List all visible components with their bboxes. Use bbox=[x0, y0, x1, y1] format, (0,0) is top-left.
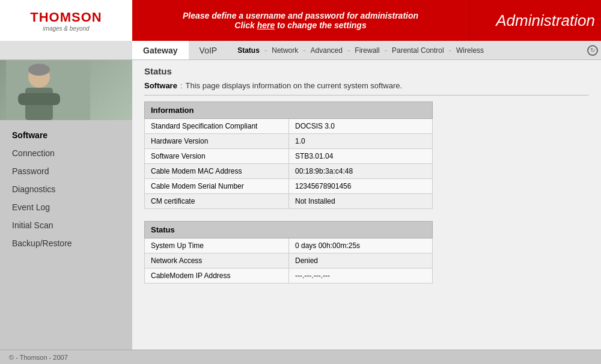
sidebar-item-software[interactable]: Software bbox=[0, 126, 132, 144]
info-table-header: Information bbox=[145, 102, 433, 119]
table-row: Software VersionSTB3.01.04 bbox=[145, 149, 433, 164]
person-illustration bbox=[6, 60, 90, 120]
subnav-firewall[interactable]: Firewall bbox=[351, 46, 383, 55]
refresh-icon: ↻ bbox=[587, 45, 598, 56]
row-label: CM certificate bbox=[145, 194, 289, 209]
logo-area: THOMSON images & beyond bbox=[0, 0, 132, 41]
row-value: DOCSIS 3.0 bbox=[289, 119, 433, 134]
breadcrumb: Software : This page displays informatio… bbox=[144, 81, 589, 96]
nav-right: Gateway VoIP Status - Network - Advanced… bbox=[132, 41, 601, 59]
row-label: Cable Modem Serial Number bbox=[145, 179, 289, 194]
row-value: 1.0 bbox=[289, 134, 433, 149]
alert-line1: Please define a username and password fo… bbox=[183, 11, 418, 20]
sidebar-item-event-log[interactable]: Event Log bbox=[0, 198, 132, 216]
svg-point-3 bbox=[28, 64, 50, 76]
sidebar-item-backup-restore[interactable]: Backup/Restore bbox=[0, 234, 132, 252]
breadcrumb-separator: : bbox=[180, 81, 183, 90]
sidebar-item-diagnostics[interactable]: Diagnostics bbox=[0, 180, 132, 198]
sidebar-photo-inner bbox=[0, 60, 132, 120]
header: THOMSON images & beyond Please define a … bbox=[0, 0, 601, 41]
row-value: 0 days 00h:00m:25s bbox=[289, 238, 433, 253]
table-row: System Up Time0 days 00h:00m:25s bbox=[145, 238, 433, 253]
subnav-wireless[interactable]: Wireless bbox=[453, 46, 487, 55]
content-title: Status bbox=[144, 66, 589, 76]
row-value: 12345678901456 bbox=[289, 179, 433, 194]
alert-line2-prefix: Click bbox=[234, 20, 257, 30]
row-label: Standard Specification Compliant bbox=[145, 119, 289, 134]
row-label: Network Access bbox=[145, 253, 289, 268]
table-row: Cable Modem MAC Address00:18:9b:3a:c4:48 bbox=[145, 164, 433, 179]
alert-link[interactable]: here bbox=[257, 20, 275, 30]
row-label: CableModem IP Address bbox=[145, 268, 289, 284]
row-label: Cable Modem MAC Address bbox=[145, 164, 289, 179]
admin-title-text: Administration bbox=[496, 11, 595, 30]
subnav-status[interactable]: Status bbox=[234, 46, 263, 55]
table-row: Standard Specification CompliantDOCSIS 3… bbox=[145, 119, 433, 134]
tab-gateway[interactable]: Gateway bbox=[132, 41, 189, 59]
breadcrumb-label: Software bbox=[144, 81, 177, 90]
table-row: Network AccessDenied bbox=[145, 253, 433, 268]
sidebar-item-connection[interactable]: Connection bbox=[0, 144, 132, 162]
nav-tabs: Gateway VoIP Status - Network - Advanced… bbox=[0, 41, 601, 60]
subnav-parental[interactable]: Parental Control bbox=[388, 46, 448, 55]
alert-text: Please define a username and password fo… bbox=[183, 11, 418, 30]
refresh-button[interactable]: ↻ bbox=[587, 41, 598, 59]
content-area: Status Software : This page displays inf… bbox=[132, 60, 601, 350]
nav-left-spacer bbox=[0, 41, 132, 59]
status-table-header: Status bbox=[145, 222, 433, 238]
table-row: CM certificateNot Installed bbox=[145, 194, 433, 209]
information-table: Information Standard Specification Compl… bbox=[144, 102, 433, 209]
row-label: Hardware Version bbox=[145, 134, 289, 149]
table-row: CableModem IP Address---.---.---.--- bbox=[145, 268, 433, 284]
svg-rect-4 bbox=[18, 93, 60, 105]
row-value: Not Installed bbox=[289, 194, 433, 209]
admin-title-area: Administration bbox=[469, 0, 601, 41]
footer-text: © - Thomson - 2007 bbox=[9, 354, 68, 361]
row-label: System Up Time bbox=[145, 238, 289, 253]
sidebar-item-password[interactable]: Password bbox=[0, 162, 132, 180]
alert-line2-suffix: to change the settings bbox=[275, 20, 366, 30]
tab-voip[interactable]: VoIP bbox=[189, 41, 228, 59]
sidebar-item-initial-scan[interactable]: Initial Scan bbox=[0, 216, 132, 234]
main-layout: Software Connection Password Diagnostics… bbox=[0, 60, 601, 350]
subnav-advanced[interactable]: Advanced bbox=[307, 46, 346, 55]
brand-tagline: images & beyond bbox=[30, 25, 102, 32]
row-label: Software Version bbox=[145, 149, 289, 164]
row-value: ---.---.---.--- bbox=[289, 268, 433, 284]
subnav-network[interactable]: Network bbox=[268, 46, 302, 55]
footer: © - Thomson - 2007 bbox=[0, 350, 601, 364]
brand-name: THOMSON bbox=[30, 10, 102, 25]
table-row: Hardware Version1.0 bbox=[145, 134, 433, 149]
row-value: Denied bbox=[289, 253, 433, 268]
breadcrumb-description: This page displays information on the cu… bbox=[186, 81, 403, 90]
alert-banner: Please define a username and password fo… bbox=[132, 0, 469, 41]
sub-nav: Status - Network - Advanced - Firewall -… bbox=[228, 41, 587, 59]
sidebar-photo bbox=[0, 60, 132, 120]
row-value: 00:18:9b:3a:c4:48 bbox=[289, 164, 433, 179]
table-row: Cable Modem Serial Number12345678901456 bbox=[145, 179, 433, 194]
sidebar-menu: Software Connection Password Diagnostics… bbox=[0, 120, 132, 258]
logo: THOMSON images & beyond bbox=[30, 10, 102, 32]
row-value: STB3.01.04 bbox=[289, 149, 433, 164]
status-table: Status System Up Time0 days 00h:00m:25sN… bbox=[144, 221, 433, 284]
sidebar: Software Connection Password Diagnostics… bbox=[0, 60, 132, 350]
